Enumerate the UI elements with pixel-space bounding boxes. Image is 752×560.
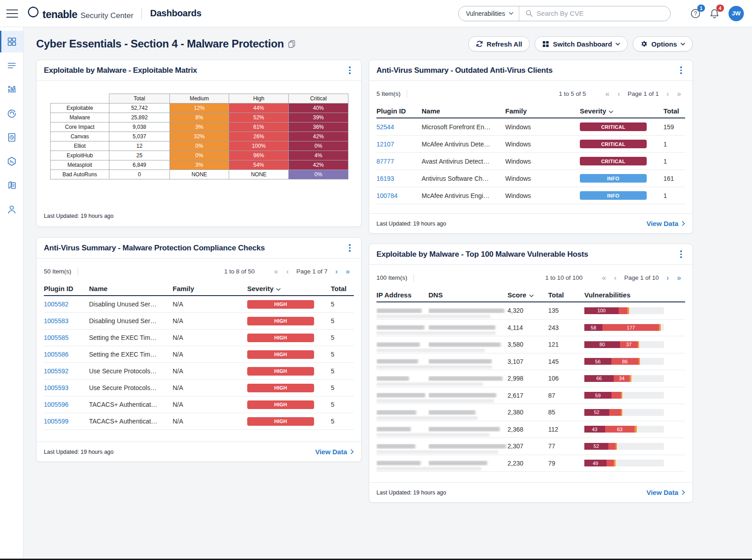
sidebar-item-dashboards[interactable] (0, 31, 23, 52)
col-plugin-id[interactable]: Plugin ID (44, 285, 89, 292)
matrix-percent-cell: 61% (229, 122, 289, 132)
plugin-id-link[interactable]: 1005593 (44, 384, 69, 391)
col-dns[interactable]: DNS (428, 291, 508, 299)
plugin-id-link[interactable]: 1005599 (44, 418, 69, 425)
refresh-all-button[interactable]: Refresh All (468, 36, 530, 52)
hamburger-menu-icon[interactable] (6, 9, 18, 18)
pagination-last-button[interactable]: » (346, 268, 350, 275)
pagination-first-button[interactable]: « (602, 274, 606, 282)
copy-icon[interactable] (288, 40, 295, 48)
plugin-id-link[interactable]: 87777 (376, 158, 394, 165)
pagination-last-button[interactable]: » (677, 274, 681, 282)
kebab-menu-icon[interactable] (345, 66, 355, 75)
col-total[interactable]: Total (663, 107, 685, 115)
pagination-prev-button[interactable]: ‹ (614, 274, 616, 282)
sidebar-item-queries[interactable] (0, 55, 23, 76)
sidebar-item-policies[interactable] (0, 174, 23, 196)
family-cell: Windows (505, 175, 580, 182)
avatar[interactable]: JW (728, 6, 744, 21)
pagination-next-button[interactable]: › (667, 274, 669, 282)
col-severity[interactable]: Severity (580, 107, 663, 115)
last-updated: Last Updated: 19 hours ago (376, 489, 446, 496)
search-input[interactable] (536, 9, 664, 17)
col-score[interactable]: Score (508, 291, 548, 299)
col-vulnerabilities[interactable]: Vulnerabilities (584, 291, 685, 299)
plugin-id-link[interactable]: 52544 (376, 123, 394, 131)
search-scope-select[interactable]: Vulnerabilities (459, 6, 519, 21)
view-data-link[interactable]: View Data (646, 489, 685, 496)
col-family[interactable]: Family (505, 107, 580, 115)
ip-cell (376, 342, 428, 347)
matrix-percent-cell: 0% (289, 141, 348, 151)
redacted-dns (428, 376, 503, 381)
pagination-prev-button[interactable]: ‹ (617, 90, 620, 98)
plugin-id-link[interactable]: 1005583 (44, 317, 69, 325)
pagination-first-button[interactable]: « (274, 268, 278, 275)
high-segment: 37 (620, 341, 638, 348)
switch-dashboard-button[interactable]: Switch Dashboard (535, 36, 628, 52)
plugin-id-link[interactable]: 1005582 (44, 301, 69, 308)
col-total[interactable]: Total (331, 285, 354, 292)
kebab-menu-icon[interactable] (676, 249, 686, 259)
help-button[interactable]: ? 1 (690, 8, 701, 19)
vulnerability-bar: 49 (584, 460, 664, 466)
vulnerabilities-cell: 52 (584, 443, 685, 450)
redacted-ip (376, 376, 409, 381)
view-data-link[interactable]: View Data (315, 448, 354, 456)
kebab-menu-icon[interactable] (345, 243, 355, 253)
sidebar-item-scans[interactable] (0, 103, 23, 124)
dns-cell (428, 427, 508, 432)
help-badge: 1 (697, 5, 705, 12)
plugin-id-link[interactable]: 12107 (376, 141, 394, 148)
plugin-id-link[interactable]: 1005586 (44, 351, 69, 358)
col-ip-address[interactable]: IP Address (376, 291, 428, 299)
col-name[interactable]: Name (89, 285, 173, 292)
matrix-percent-cell: 42% (289, 132, 348, 141)
plugin-id-link[interactable]: 1005585 (44, 334, 69, 341)
col-family[interactable]: Family (173, 285, 247, 292)
name-cell: TACACS+ Authenticat… (89, 401, 173, 408)
view-data-link[interactable]: View Data (646, 220, 685, 227)
col-plugin-id[interactable]: Plugin ID (376, 107, 422, 115)
options-button[interactable]: Options (633, 36, 693, 52)
severity-cell: HIGH (247, 417, 331, 426)
vulnerabilities-cell: 49 (584, 460, 685, 466)
high-segment (609, 409, 621, 416)
plugin-id-cell: 87777 (376, 158, 422, 165)
name-cell: Microsoft Forefront En… (422, 123, 505, 131)
medium-segment (638, 341, 639, 348)
ip-cell (376, 359, 428, 364)
kebab-menu-icon[interactable] (676, 66, 686, 75)
matrix-row-label: Malware (51, 113, 109, 122)
table-row: 1005586Setting the EXEC Tim…N/AHIGH5 (44, 346, 354, 363)
plugin-id-link[interactable]: 16193 (376, 175, 394, 182)
critical-segment: 43 (584, 426, 605, 433)
panel-compliance-checks: Anti-Virus Summary - Malware Protection … (36, 237, 362, 462)
chevron-down-icon (529, 294, 534, 297)
redacted-subline (376, 331, 496, 335)
plugin-id-link[interactable]: 100784 (376, 192, 398, 199)
pagination-first-button[interactable]: « (605, 90, 609, 98)
user-icon (6, 204, 17, 215)
header-divider (141, 8, 142, 19)
sidebar-item-assets[interactable] (0, 151, 23, 172)
sidebar-item-users[interactable] (0, 198, 23, 220)
plugin-id-link[interactable]: 1005592 (44, 367, 69, 375)
pagination-last-button[interactable]: » (677, 90, 681, 98)
notifications-button[interactable]: 4 (709, 8, 720, 19)
sidebar-item-analytics[interactable] (0, 79, 23, 100)
vulnerabilities-cell: 100 (584, 307, 685, 314)
severity-badge: HIGH (247, 367, 314, 376)
plugin-id-link[interactable]: 1005596 (44, 401, 69, 408)
col-severity[interactable]: Severity (247, 285, 331, 292)
col-total[interactable]: Total (548, 291, 584, 299)
matrix-percent-cell: 0% (170, 141, 229, 151)
pagination-next-button[interactable]: › (335, 268, 338, 275)
sidebar-item-reports[interactable] (0, 127, 23, 148)
matrix-percent-cell: 54% (229, 160, 289, 170)
severity-badge: HIGH (247, 350, 314, 359)
pagination-next-button[interactable]: › (667, 90, 669, 98)
pagination-prev-button[interactable]: ‹ (286, 268, 288, 275)
high-segment (619, 307, 627, 314)
col-name[interactable]: Name (422, 107, 505, 115)
